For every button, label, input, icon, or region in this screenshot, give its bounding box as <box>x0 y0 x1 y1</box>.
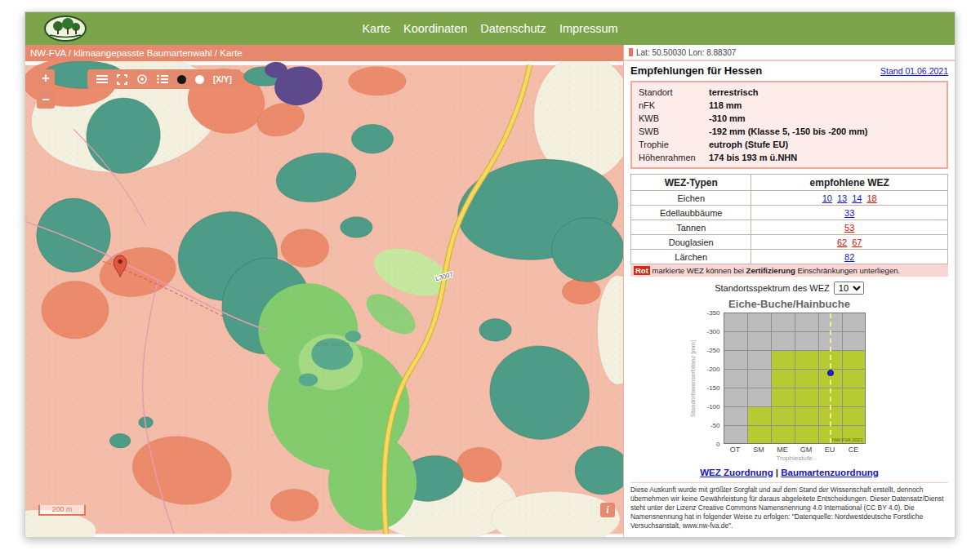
zoom-out-button[interactable]: − <box>37 91 55 109</box>
chart-xtick: SM <box>747 446 771 454</box>
chart-cell <box>772 407 795 426</box>
note-text: markierte WEZ können bei <box>650 266 746 275</box>
chart-ytick: -50 <box>710 422 720 429</box>
chart-cell <box>724 313 748 332</box>
chart-cell <box>843 388 866 407</box>
chart-point <box>827 370 834 376</box>
chart-xtick: EU <box>818 446 842 454</box>
note-bold: Zertifizierung <box>746 266 795 275</box>
site-label: nFK <box>639 99 709 112</box>
wez-type-cell: Douglasien <box>631 235 751 250</box>
layers-icon[interactable] <box>96 74 108 84</box>
link-separator: | <box>773 468 782 477</box>
chart-cell <box>772 370 795 388</box>
chart-cell <box>748 332 772 351</box>
nav-impressum[interactable]: Impressum <box>559 22 618 35</box>
chart-cell <box>843 407 866 426</box>
wez-link[interactable]: 14 <box>852 193 862 203</box>
chart-cell <box>772 332 795 351</box>
wez-link[interactable]: 13 <box>837 193 847 203</box>
chart-y-axis-label: Standortswasserbilanz [mm] <box>688 313 697 444</box>
chart-cell <box>748 407 772 426</box>
coordinates-bar: Lat: 50.50030 Lon: 8.88307 <box>624 45 955 61</box>
wez-links-cell: 53 <box>751 220 948 235</box>
fullscreen-icon[interactable] <box>117 74 127 85</box>
nav-karte[interactable]: Karte <box>362 22 390 35</box>
chart-x-axis-label: Trophiestufe <box>724 455 866 462</box>
chart-xtick: ME <box>771 446 795 454</box>
chart-cell <box>748 370 772 388</box>
chart-cell <box>724 351 748 370</box>
light-circle-icon[interactable] <box>195 75 204 84</box>
wez-select[interactable]: 10 <box>834 282 864 295</box>
chart-cell <box>724 388 748 407</box>
chart-cell <box>843 351 866 370</box>
rot-badge: Rot <box>634 266 650 275</box>
map-column: NW-FVA / klimaangepasste Baumartenwahl /… <box>25 45 623 537</box>
chart-cell <box>724 370 748 388</box>
wez-links-cell: 33 <box>751 206 948 220</box>
app-window: Karte Koordinaten Datenschutz Impressum … <box>24 11 956 538</box>
nav-koordinaten[interactable]: Koordinaten <box>403 22 467 35</box>
wez-type-cell: Eichen <box>631 191 751 206</box>
site-value: 174 bis 193 m ü.NHN <box>709 151 797 164</box>
stand-date-link[interactable]: Stand 01.06.2021 <box>880 66 948 76</box>
wez-link[interactable]: 82 <box>844 252 854 262</box>
map-image: L3007 Drei Teiche <box>25 61 623 537</box>
site-value: terrestrisch <box>709 86 759 99</box>
dark-circle-icon[interactable] <box>177 75 186 84</box>
xy-coordinates-button[interactable]: [X/Y] <box>213 75 232 84</box>
chart-cell <box>724 332 748 351</box>
main-navigation: Karte Koordinaten Datenschutz Impressum <box>25 12 955 45</box>
chart-yticks: -350-300-250-200-150-100-500 <box>697 313 724 444</box>
chart-cell <box>748 426 772 444</box>
site-label: Trophie <box>639 138 709 151</box>
wez-table-col2-header: empfohlene WEZ <box>751 175 948 191</box>
map-canvas[interactable]: L3007 Drei Teiche + − <box>25 61 623 537</box>
wez-type-cell: Tannen <box>631 220 751 235</box>
geolocation-icon[interactable] <box>136 73 148 85</box>
wez-links-cell: 10131418 <box>751 191 948 206</box>
chart-cell <box>748 351 772 370</box>
chart-cell <box>795 407 819 426</box>
wez-zuordnung-link[interactable]: WEZ Zuordnung <box>700 468 773 477</box>
coordinates-text: Lat: 50.50030 Lon: 8.88307 <box>636 48 736 57</box>
chart-cell <box>795 332 819 351</box>
zoom-in-button[interactable]: + <box>37 69 55 87</box>
map-info-button[interactable]: i <box>600 503 615 517</box>
zoom-control: + − <box>37 69 55 109</box>
site-row: Höhenrahmen 174 bis 193 m ü.NHN <box>639 151 940 164</box>
site-label: Standort <box>639 86 709 99</box>
wez-link[interactable]: 67 <box>852 237 862 247</box>
chart-cell <box>795 388 819 407</box>
wez-link[interactable]: 10 <box>822 193 832 203</box>
legend-icon[interactable] <box>157 74 168 84</box>
wez-link[interactable]: 33 <box>844 208 854 218</box>
chart-marker-line <box>830 313 831 443</box>
top-navbar: Karte Koordinaten Datenschutz Impressum <box>25 12 955 45</box>
breadcrumb: NW-FVA / klimaangepasste Baumartenwahl /… <box>25 45 623 61</box>
certification-note: Rot markierte WEZ können bei Zertifizier… <box>630 264 948 277</box>
chart-watermark: NW-FVA 2021 <box>832 437 863 442</box>
wez-link[interactable]: 62 <box>837 237 847 247</box>
wez-type-cell: Edellaubbäume <box>631 206 751 220</box>
chart-cell <box>843 313 866 332</box>
site-label: KWB <box>639 112 709 125</box>
wez-table-row: Tannen53 <box>631 220 948 235</box>
baumartenzuordnung-link[interactable]: Baumartenzuordnung <box>781 468 878 477</box>
site-row: Trophie eutroph (Stufe EU) <box>639 138 940 151</box>
wez-link[interactable]: 53 <box>844 223 854 233</box>
chart-title: Eiche-Buche/Hainbuche <box>688 298 892 310</box>
nav-datenschutz[interactable]: Datenschutz <box>480 22 546 35</box>
coordinate-marker-icon <box>629 48 633 56</box>
chart-cell <box>795 426 819 444</box>
site-row: KWB -310 mm <box>639 112 940 125</box>
chart-cell <box>772 313 795 332</box>
wez-table-row: Edellaubbäume33 <box>631 206 948 220</box>
map-toolbar: [X/Y] <box>87 69 241 89</box>
wez-link[interactable]: 18 <box>866 193 876 203</box>
chart-cell <box>748 313 772 332</box>
wez-table-row: Douglasien6267 <box>631 235 948 250</box>
chart-cell <box>724 426 748 444</box>
chart-ytick: -250 <box>706 347 719 354</box>
